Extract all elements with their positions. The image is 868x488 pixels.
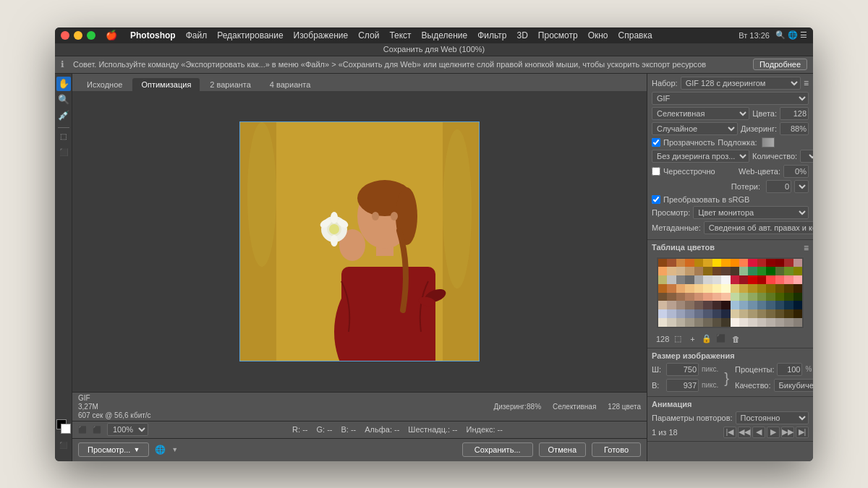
color-cell[interactable] bbox=[712, 293, 721, 301]
color-cell[interactable] bbox=[658, 275, 667, 284]
matte-color[interactable] bbox=[762, 137, 775, 147]
color-cell[interactable] bbox=[757, 318, 766, 327]
cancel-button[interactable]: Отмена bbox=[539, 442, 586, 457]
color-cell[interactable] bbox=[748, 267, 757, 275]
maximize-button[interactable] bbox=[87, 31, 95, 40]
color-cell[interactable] bbox=[685, 318, 694, 327]
color-cell[interactable] bbox=[731, 309, 739, 318]
color-cell[interactable] bbox=[712, 275, 721, 284]
close-button[interactable] bbox=[61, 31, 69, 40]
color-cell[interactable] bbox=[694, 293, 703, 301]
metadata-select[interactable]: Сведения об авт. правах и контакты bbox=[704, 221, 813, 234]
color-cell[interactable] bbox=[731, 284, 739, 293]
tab-optimize[interactable]: Оптимизация bbox=[132, 78, 200, 91]
color-cell[interactable] bbox=[793, 318, 802, 327]
color-cell[interactable] bbox=[712, 318, 721, 327]
color-cell[interactable] bbox=[775, 309, 784, 318]
color-cell[interactable] bbox=[694, 318, 703, 327]
color-cell[interactable] bbox=[703, 275, 712, 284]
color-cell[interactable] bbox=[676, 259, 685, 267]
menu-file[interactable]: Файл bbox=[186, 30, 208, 40]
quality-select[interactable]: Бикубическая bbox=[774, 379, 813, 392]
anim-prev-btn[interactable]: ◀◀ bbox=[738, 427, 751, 438]
color-cell[interactable] bbox=[731, 301, 739, 309]
menu-filter[interactable]: Фильтр bbox=[477, 30, 506, 40]
menu-help[interactable]: Справка bbox=[618, 30, 652, 40]
color-cell[interactable] bbox=[757, 267, 766, 275]
srgb-checkbox[interactable] bbox=[652, 195, 660, 204]
color-cell[interactable] bbox=[667, 293, 676, 301]
repeat-select[interactable]: Постоянно bbox=[736, 411, 809, 424]
lossy-input[interactable] bbox=[766, 180, 791, 193]
color-cell[interactable] bbox=[658, 318, 667, 327]
tool-select-slice[interactable]: ⬛ bbox=[56, 145, 71, 160]
more-button[interactable]: Подробнее bbox=[753, 59, 807, 70]
color-cell[interactable] bbox=[712, 259, 721, 267]
reduction-select[interactable]: Селективная bbox=[652, 107, 749, 120]
zoom-select[interactable]: 100% bbox=[107, 423, 148, 436]
color-cell[interactable] bbox=[748, 259, 757, 267]
transparency-checkbox[interactable] bbox=[652, 138, 660, 147]
color-cell[interactable] bbox=[775, 301, 784, 309]
color-cell[interactable] bbox=[694, 301, 703, 309]
color-cell[interactable] bbox=[748, 309, 757, 318]
color-cell[interactable] bbox=[667, 259, 676, 267]
count-select[interactable] bbox=[800, 150, 813, 163]
color-cell[interactable] bbox=[721, 309, 730, 318]
color-cell[interactable] bbox=[703, 301, 712, 309]
color-cell[interactable] bbox=[784, 259, 793, 267]
preview-profile-select[interactable]: Цвет монитора bbox=[693, 206, 809, 219]
color-cell[interactable] bbox=[658, 301, 667, 309]
color-cell[interactable] bbox=[766, 267, 775, 275]
color-remove-icon[interactable]: 🗑 bbox=[730, 333, 741, 345]
color-cell[interactable] bbox=[739, 309, 748, 318]
color-cell[interactable] bbox=[757, 301, 766, 309]
tool-zoom[interactable]: 🔍 bbox=[56, 93, 71, 107]
color-cell[interactable] bbox=[721, 293, 730, 301]
color-cell[interactable] bbox=[685, 309, 694, 318]
menu-text[interactable]: Текст bbox=[389, 30, 411, 40]
color-cell[interactable] bbox=[775, 267, 784, 275]
color-cell[interactable] bbox=[775, 293, 784, 301]
color-cell[interactable] bbox=[658, 267, 667, 275]
color-cell[interactable] bbox=[676, 309, 685, 318]
color-cell[interactable] bbox=[739, 275, 748, 284]
color-cell[interactable] bbox=[748, 301, 757, 309]
preset-menu-icon[interactable]: ≡ bbox=[804, 78, 809, 88]
color-cell[interactable] bbox=[685, 267, 694, 275]
color-cell[interactable] bbox=[731, 318, 739, 327]
color-cell[interactable] bbox=[676, 284, 685, 293]
done-button[interactable]: Готово bbox=[592, 442, 641, 457]
color-cell[interactable] bbox=[775, 275, 784, 284]
color-cell[interactable] bbox=[766, 293, 775, 301]
color-cell[interactable] bbox=[748, 293, 757, 301]
color-cell[interactable] bbox=[775, 318, 784, 327]
color-cell[interactable] bbox=[676, 318, 685, 327]
web-colors-input[interactable] bbox=[783, 165, 809, 178]
menu-image[interactable]: Изображение bbox=[294, 30, 349, 40]
menu-view[interactable]: Просмотр bbox=[538, 30, 578, 40]
color-cell[interactable] bbox=[757, 284, 766, 293]
menu-photoshop[interactable]: Photoshop bbox=[130, 30, 176, 40]
color-cell[interactable] bbox=[784, 309, 793, 318]
color-cell[interactable] bbox=[721, 267, 730, 275]
color-cell[interactable] bbox=[757, 309, 766, 318]
color-cell[interactable] bbox=[748, 284, 757, 293]
color-cell[interactable] bbox=[694, 309, 703, 318]
color-cell[interactable] bbox=[731, 267, 739, 275]
color-cell[interactable] bbox=[784, 301, 793, 309]
width-input[interactable] bbox=[666, 363, 699, 376]
dither-select[interactable]: Случайное bbox=[652, 122, 738, 135]
anim-play-btn[interactable]: ▶ bbox=[767, 427, 780, 438]
color-cell[interactable] bbox=[676, 275, 685, 284]
tab-2up[interactable]: 2 варианта bbox=[201, 78, 260, 91]
color-map-icon[interactable]: ⬚ bbox=[672, 333, 684, 345]
dither-input[interactable] bbox=[780, 122, 809, 135]
color-cell[interactable] bbox=[712, 309, 721, 318]
color-cell[interactable] bbox=[685, 293, 694, 301]
color-cell[interactable] bbox=[721, 318, 730, 327]
color-cell[interactable] bbox=[793, 309, 802, 318]
color-cell[interactable] bbox=[721, 259, 730, 267]
color-cell[interactable] bbox=[757, 293, 766, 301]
color-cell[interactable] bbox=[793, 267, 802, 275]
